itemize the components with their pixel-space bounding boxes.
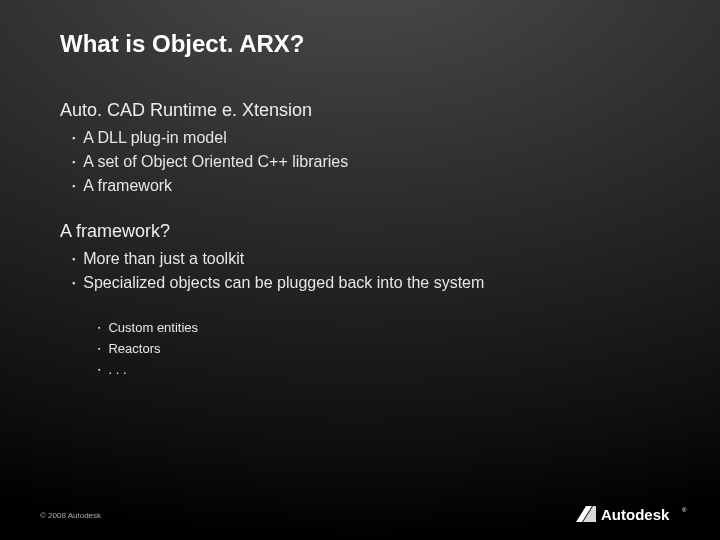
svg-text:®: ® xyxy=(682,507,687,513)
list-item: A set of Object Oriented C++ libraries xyxy=(60,151,680,175)
list-item: A DLL plug-in model xyxy=(60,127,680,151)
slide-body: Auto. CAD Runtime e. Xtension A DLL plug… xyxy=(60,100,680,403)
sublist-item: Reactors xyxy=(60,339,680,360)
section-list-0: A DLL plug-in model A set of Object Orie… xyxy=(60,127,680,199)
slide: What is Object. ARX? Auto. CAD Runtime e… xyxy=(0,0,720,540)
section-heading-1: A framework? xyxy=(60,221,680,242)
slide-title: What is Object. ARX? xyxy=(60,30,304,58)
copyright: © 2008 Autodesk xyxy=(40,511,101,520)
section-heading-0: Auto. CAD Runtime e. Xtension xyxy=(60,100,680,121)
sublist-item: . . . xyxy=(60,360,680,381)
list-item: A framework xyxy=(60,175,680,199)
list-item: Specialized objects can be plugged back … xyxy=(60,272,680,296)
autodesk-logo: Autodesk ® xyxy=(574,504,692,526)
logo-text: Autodesk xyxy=(601,506,670,523)
list-item: More than just a toolkit xyxy=(60,248,680,272)
sublist-item: Custom entities xyxy=(60,318,680,339)
section-list-1: More than just a toolkit Specialized obj… xyxy=(60,248,680,296)
section-sublist-1: Custom entities Reactors . . . xyxy=(60,318,680,381)
